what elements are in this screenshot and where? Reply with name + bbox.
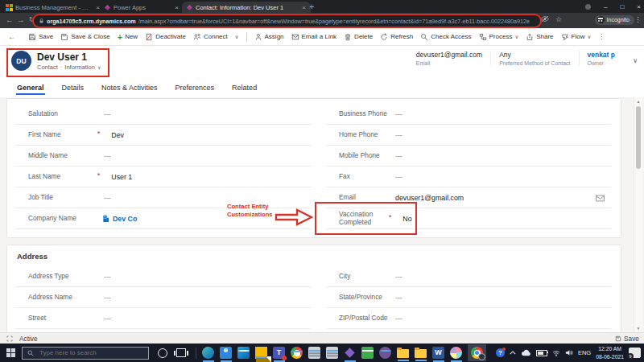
header-collapse-chevron-icon[interactable]: ∨ bbox=[633, 57, 638, 64]
new-button[interactable]: + New bbox=[118, 33, 138, 41]
notes-app-icon[interactable] bbox=[308, 347, 320, 359]
process-button[interactable]: Process ∨ bbox=[479, 33, 519, 41]
field-value[interactable]: --- bbox=[395, 131, 402, 139]
field-value[interactable]: --- bbox=[104, 152, 111, 160]
network-icon[interactable] bbox=[552, 350, 560, 356]
flow-button[interactable]: Flow ∨ bbox=[561, 33, 592, 41]
field-value[interactable]: --- bbox=[395, 152, 402, 160]
outlook-icon[interactable] bbox=[237, 347, 250, 359]
folder-icon-2[interactable] bbox=[415, 349, 427, 358]
cortana-icon[interactable] bbox=[158, 348, 167, 358]
tab-notes-activities[interactable]: Notes & Activities bbox=[101, 80, 159, 96]
assign-button[interactable]: Assign bbox=[254, 33, 284, 41]
field-row-street[interactable]: Street --- bbox=[15, 308, 312, 329]
browser-tab-contact-active[interactable]: Contact: Information: Dev User 1 × bbox=[182, 2, 311, 13]
field-row-business-phone[interactable]: Business Phone --- bbox=[326, 104, 611, 125]
visual-studio-icon[interactable] bbox=[345, 348, 354, 357]
tab-general[interactable]: General bbox=[16, 80, 45, 96]
tab-preferences[interactable]: Preferences bbox=[175, 80, 216, 96]
form-chevron-icon[interactable]: ∨ bbox=[97, 64, 101, 70]
footer-save-button[interactable]: Save bbox=[615, 335, 644, 343]
get-help-icon[interactable]: ? bbox=[496, 348, 505, 357]
bookmark-star-icon[interactable]: ☆ bbox=[555, 15, 562, 23]
expand-icon[interactable] bbox=[6, 335, 13, 342]
search-input[interactable] bbox=[38, 348, 138, 357]
field-row-zip-postal-code[interactable]: ZIP/Postal Code --- bbox=[326, 308, 611, 329]
scrollbar-thumb[interactable] bbox=[636, 106, 641, 169]
eye-off-icon[interactable] bbox=[541, 15, 549, 23]
contact-avatar[interactable]: DU bbox=[11, 51, 31, 71]
save-button[interactable]: Save bbox=[28, 33, 53, 41]
field-row-salutation[interactable]: Salutation --- bbox=[15, 104, 312, 125]
page-back-icon[interactable]: ← bbox=[8, 32, 16, 41]
field-value[interactable]: User 1 bbox=[111, 173, 132, 181]
company-lookup-link[interactable]: Dev Co bbox=[102, 215, 137, 223]
check-access-button[interactable]: Check Access bbox=[420, 33, 471, 41]
field-row-address-name[interactable]: Address Name --- bbox=[15, 287, 312, 308]
browser-tab-power-apps[interactable]: Power Apps × bbox=[100, 2, 184, 13]
address-bar[interactable]: orga14705c5.crm.dynamics.com/main.aspx?c… bbox=[32, 14, 542, 28]
email-a-link-button[interactable]: Email a Link bbox=[291, 33, 337, 41]
field-row-city[interactable]: City --- bbox=[326, 266, 611, 287]
battery-icon[interactable] bbox=[536, 350, 547, 356]
field-value[interactable]: Dev bbox=[111, 131, 124, 139]
edge-icon[interactable] bbox=[202, 347, 214, 359]
field-row-last-name[interactable]: Last Name * User 1 bbox=[15, 167, 312, 187]
process-chevron-icon[interactable]: ∨ bbox=[514, 34, 518, 40]
taskbar-clock[interactable]: 12:20 AM 08-06-2021 bbox=[596, 345, 624, 360]
new-tab-button[interactable]: + bbox=[309, 2, 314, 11]
paint-3d-icon[interactable] bbox=[450, 347, 462, 359]
tray-expand-chevron-icon[interactable] bbox=[510, 351, 516, 355]
connect-button[interactable]: Connect bbox=[193, 33, 228, 41]
field-row-middle-name[interactable]: Middle Name --- bbox=[15, 146, 312, 167]
onedrive-cloud-icon[interactable] bbox=[521, 349, 531, 356]
task-view-icon[interactable] bbox=[176, 348, 186, 357]
minimize-button[interactable]: – bbox=[604, 3, 607, 10]
field-value[interactable]: --- bbox=[104, 194, 111, 202]
form-selector[interactable]: Information bbox=[64, 64, 95, 71]
send-email-icon[interactable] bbox=[596, 191, 605, 205]
folder-icon[interactable] bbox=[397, 349, 409, 358]
field-value[interactable]: --- bbox=[104, 294, 111, 302]
field-value[interactable]: --- bbox=[395, 294, 402, 302]
owner-link[interactable]: venkat p bbox=[588, 51, 616, 59]
scroll-down-icon[interactable]: ▼ bbox=[634, 326, 642, 331]
tab-close-icon[interactable]: × bbox=[301, 4, 307, 11]
field-row-home-phone[interactable]: Home Phone --- bbox=[326, 125, 611, 146]
refresh-button[interactable]: Refresh bbox=[380, 33, 413, 41]
field-value[interactable]: --- bbox=[395, 110, 402, 118]
deactivate-button[interactable]: Deactivate bbox=[145, 33, 186, 41]
field-value[interactable]: --- bbox=[395, 273, 402, 281]
language-indicator[interactable]: ENG bbox=[578, 349, 591, 356]
chrome-active-window[interactable] bbox=[468, 344, 486, 361]
taskbar-search[interactable] bbox=[22, 347, 149, 360]
save-and-close-button[interactable]: Save & Close bbox=[60, 33, 109, 41]
field-row-fax[interactable]: Fax --- bbox=[326, 167, 611, 187]
notes-app-icon-2[interactable] bbox=[326, 347, 338, 359]
word-icon[interactable]: W bbox=[432, 347, 444, 359]
speaker-icon[interactable] bbox=[565, 349, 573, 356]
field-row-mobile-phone[interactable]: Mobile Phone --- bbox=[326, 146, 611, 167]
teams-icon[interactable]: T bbox=[273, 347, 285, 359]
chrome-icon[interactable] bbox=[291, 347, 303, 359]
field-value[interactable]: --- bbox=[395, 315, 402, 323]
maximize-button[interactable]: □ bbox=[620, 3, 624, 10]
field-row-address-type[interactable]: Address Type --- bbox=[15, 266, 312, 287]
vertical-scrollbar[interactable]: ▲ ▼ bbox=[634, 97, 642, 332]
start-button[interactable] bbox=[6, 348, 15, 357]
back-icon[interactable]: ← bbox=[6, 15, 14, 24]
flow-chevron-icon[interactable]: ∨ bbox=[587, 34, 591, 40]
browser-tab-business-management[interactable]: Business Management - Microso... × bbox=[2, 2, 105, 13]
tab-close-icon[interactable]: × bbox=[174, 4, 180, 11]
field-row-state-province[interactable]: State/Province --- bbox=[326, 287, 611, 308]
command-overflow-button[interactable]: ⋮ bbox=[598, 33, 605, 40]
profile-icon[interactable] bbox=[585, 4, 591, 10]
field-value[interactable]: --- bbox=[104, 110, 111, 118]
connect-chevron-icon[interactable]: ∨ bbox=[235, 34, 239, 40]
tab-details[interactable]: Details bbox=[61, 80, 85, 96]
field-value[interactable]: devuser1@gmail.com bbox=[395, 194, 464, 202]
field-row-first-name[interactable]: First Name * Dev bbox=[15, 125, 312, 146]
field-value[interactable]: --- bbox=[104, 315, 111, 323]
tab-related[interactable]: Related bbox=[231, 80, 258, 96]
delete-button[interactable]: Delete bbox=[344, 33, 373, 41]
